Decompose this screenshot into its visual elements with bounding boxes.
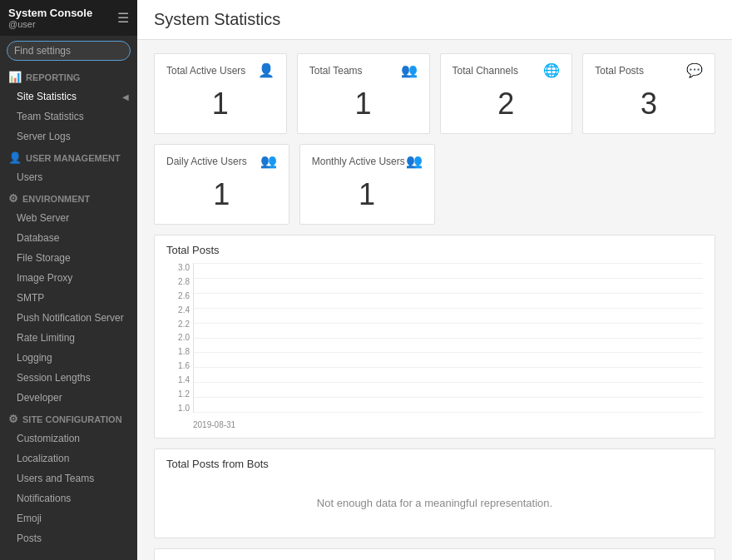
card-total-channels: Total Channels 🌐 2: [440, 53, 573, 134]
label-daily-active-users: Daily Active Users: [166, 156, 247, 167]
value-total-teams: 1: [309, 83, 418, 121]
sidebar-item-developer[interactable]: Developer: [0, 388, 137, 408]
sidebar-item-users[interactable]: Users: [0, 167, 137, 187]
sidebar-item-server-logs[interactable]: Server Logs: [0, 126, 137, 146]
environment-section-header: ⚙ ENVIRONMENT: [0, 187, 137, 208]
main-body: Total Active Users 👤 1 Total Teams 👥 1 T…: [137, 40, 732, 560]
value-total-posts: 3: [595, 83, 703, 121]
sidebar-item-users-and-teams[interactable]: Users and Teams: [0, 468, 137, 488]
chart-y-labels: 3.0 2.8 2.6 2.4 2.2 2.0 1.8 1.6 1.4 1.2 …: [166, 263, 190, 413]
label-total-channels: Total Channels: [453, 65, 518, 77]
sidebar-item-web-server[interactable]: Web Server: [0, 208, 137, 228]
main-content: System Statistics Total Active Users 👤 1…: [137, 0, 732, 560]
sidebar-item-rate-limiting[interactable]: Rate Limiting: [0, 328, 137, 348]
label-total-teams: Total Teams: [309, 65, 363, 77]
value-monthly-active-users: 1: [312, 174, 423, 212]
sidebar-item-localization[interactable]: Localization: [0, 448, 137, 468]
sidebar-item-notifications[interactable]: Notifications: [0, 488, 137, 508]
icon-total-active-users: 👤: [258, 62, 274, 78]
sidebar-item-customization[interactable]: Customization: [0, 429, 137, 448]
value-total-active-users: 1: [166, 83, 274, 121]
icon-total-channels: 🌐: [543, 62, 560, 78]
label-total-posts: Total Posts: [595, 65, 644, 77]
label-monthly-active-users: Monthly Active Users: [312, 156, 405, 167]
chart-plot-area: [193, 263, 703, 413]
card-monthly-active-users: Monthly Active Users 👥 1: [299, 144, 435, 225]
value-total-channels: 2: [453, 83, 561, 121]
sidebar-item-logging[interactable]: Logging: [0, 348, 137, 368]
user-management-icon: 👤: [8, 151, 22, 164]
chart-x-date: 2019-08-31: [193, 420, 235, 429]
site-configuration-icon: ⚙: [8, 413, 18, 425]
sidebar-item-posts[interactable]: Posts: [0, 528, 137, 548]
label-total-active-users: Total Active Users: [166, 65, 245, 77]
site-configuration-section-header: ⚙ SITE CONFIGURATION: [0, 408, 137, 429]
chart-total-posts-area: 3.0 2.8 2.6 2.4 2.2 2.0 1.8 1.6 1.4 1.2 …: [166, 263, 703, 429]
chart-active-users-posts: Active Users With Posts 2.0: [154, 548, 715, 560]
card-total-teams: Total Teams 👥 1: [297, 53, 430, 134]
no-data-message: Not enough data for a meaningful represe…: [166, 477, 703, 529]
search-input[interactable]: [7, 41, 131, 61]
value-daily-active-users: 1: [166, 174, 277, 212]
environment-icon: ⚙: [8, 192, 18, 205]
stat-cards-row2: Daily Active Users 👥 1 Monthly Active Us…: [154, 144, 715, 225]
card-total-posts: Total Posts 💬 3: [582, 53, 715, 134]
chart-total-posts-bots-title: Total Posts from Bots: [166, 458, 703, 470]
icon-total-teams: 👥: [401, 62, 418, 78]
hamburger-icon[interactable]: ☰: [117, 10, 129, 26]
icon-total-posts: 💬: [686, 62, 703, 78]
sidebar-item-session-lengths[interactable]: Session Lengths: [0, 368, 137, 388]
user-management-section-header: 👤 USER MANAGEMENT: [0, 146, 137, 167]
app-name: System Console: [8, 7, 92, 19]
sidebar-item-database[interactable]: Database: [0, 228, 137, 248]
card-daily-active-users: Daily Active Users 👥 1: [154, 144, 289, 225]
reporting-icon: 📊: [8, 71, 22, 83]
sidebar-search: [0, 36, 137, 66]
icon-daily-active-users: 👥: [260, 153, 277, 169]
sidebar-header: System Console @user ☰: [0, 0, 137, 36]
chart-total-posts-bots: Total Posts from Bots Not enough data fo…: [154, 448, 715, 538]
sidebar-item-team-statistics[interactable]: Team Statistics: [0, 107, 137, 126]
sidebar-item-image-proxy[interactable]: Image Proxy: [0, 268, 137, 288]
sidebar-item-emoji[interactable]: Emoji: [0, 508, 137, 528]
reporting-section-header: 📊 REPORTING: [0, 66, 137, 87]
sidebar: System Console @user ☰ 📊 REPORTING Site …: [0, 0, 137, 560]
chart-total-posts-title: Total Posts: [166, 244, 703, 256]
sidebar-item-push-notification-server[interactable]: Push Notification Server: [0, 308, 137, 328]
stat-cards-row1: Total Active Users 👤 1 Total Teams 👥 1 T…: [154, 53, 715, 134]
sidebar-item-site-statistics[interactable]: Site Statistics: [0, 87, 137, 107]
sidebar-item-file-storage[interactable]: File Storage: [0, 248, 137, 268]
app-user: @user: [8, 19, 92, 29]
chart-total-posts: Total Posts 3.0 2.8 2.6 2.4 2.2 2.0 1.8 …: [154, 235, 715, 439]
page-header: System Statistics: [137, 0, 732, 40]
card-total-active-users: Total Active Users 👤 1: [154, 53, 287, 134]
page-title: System Statistics: [154, 10, 715, 29]
icon-monthly-active-users: 👥: [406, 153, 423, 169]
sidebar-item-smtp[interactable]: SMTP: [0, 288, 137, 308]
